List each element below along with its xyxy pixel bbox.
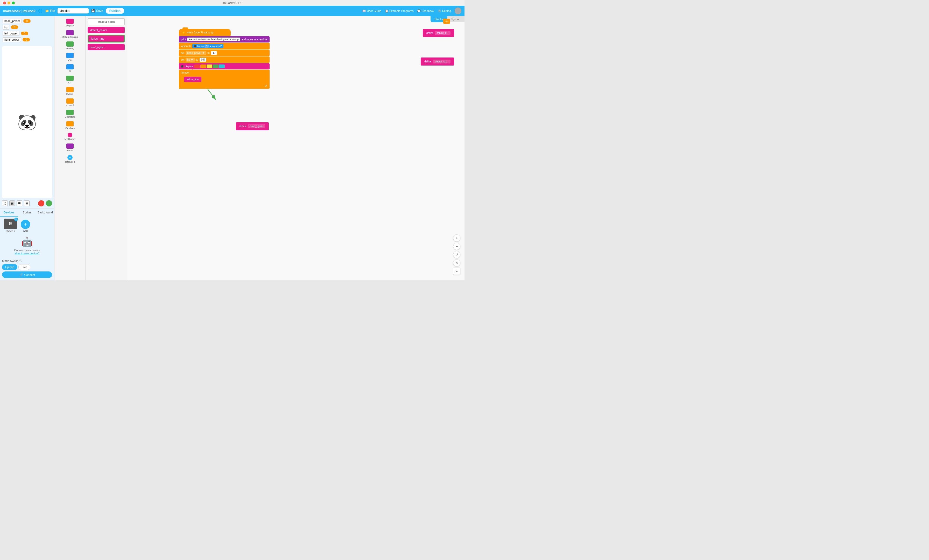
add-device-button[interactable]: + <box>21 220 30 229</box>
code-area[interactable]: Blocks Python ⚡ when CyberPi starts up p… <box>127 16 464 280</box>
wait-until-block[interactable]: wait until ⬛ button B ▼ pressed? <box>179 43 270 49</box>
view-small-btn[interactable]: ⊞ <box>24 200 29 206</box>
color-yellow <box>207 64 212 68</box>
block-start-again[interactable]: start_again <box>87 44 125 50</box>
define-detect-colors-block[interactable]: define detect_co... <box>421 58 454 66</box>
close-button[interactable] <box>3 2 6 5</box>
code-view-toggle[interactable]: </> <box>443 18 450 24</box>
hat-block[interactable]: ⚡ when CyberPi starts up <box>179 29 231 36</box>
palette-variables[interactable]: Variables <box>54 120 85 131</box>
kp-dropdown[interactable]: kp ▼ <box>185 58 195 62</box>
var-name-left-power[interactable]: left_power <box>3 31 20 36</box>
events-label: Events <box>66 93 74 95</box>
view-grid-btn[interactable]: ▦ <box>9 200 15 206</box>
base-power-value[interactable]: 40 <box>211 51 217 55</box>
header-right: 📖 User Guide 📋 Example Programs 💬 Feedba… <box>362 8 461 14</box>
stop-button[interactable] <box>38 200 44 207</box>
define-follow-line-block[interactable]: define follow_li... <box>423 29 454 37</box>
make-block-button[interactable]: Make a Block <box>87 18 125 25</box>
feedback-link[interactable]: 💬 Feedback <box>417 9 434 13</box>
view-list-btn[interactable]: ☰ <box>17 200 22 206</box>
set-kp-block[interactable]: set kp ▼ to 0.5 <box>179 57 270 63</box>
pressed-label: pressed? <box>212 45 222 47</box>
to-label-2: to <box>196 58 198 61</box>
ai-label: AI <box>69 70 71 72</box>
set-label-2: set <box>181 58 184 61</box>
extension-icon: + <box>67 155 72 160</box>
variables-icon <box>66 121 74 126</box>
palette-lan[interactable]: LAN <box>54 51 85 63</box>
file-menu[interactable]: 📁 File <box>45 9 55 13</box>
remove-device-btn[interactable]: ✕ <box>14 217 18 221</box>
avatar[interactable] <box>455 8 461 14</box>
save-icon: 💾 <box>91 9 95 13</box>
follow-line-call-block[interactable]: follow_line <box>184 77 201 82</box>
print-text-value[interactable]: Press B to start color line following an… <box>187 38 240 41</box>
palette-ai[interactable]: AI <box>54 63 85 74</box>
live-mode-btn[interactable]: Live <box>18 264 30 270</box>
tab-devices[interactable]: Devices <box>0 209 18 217</box>
forever-block[interactable]: forever follow_line ↺ <box>179 70 270 89</box>
define-start-again-block[interactable]: define start_again <box>236 122 269 130</box>
device-name-label: CyberPi <box>2 230 19 233</box>
base-power-dropdown[interactable]: base_power ▼ <box>185 51 206 55</box>
example-icon: 📋 <box>385 9 389 13</box>
print-block[interactable]: print Press B to start color line follow… <box>179 36 270 43</box>
kp-value[interactable]: 0.5 <box>199 58 206 62</box>
reset-view-btn[interactable]: ↺ <box>453 251 460 258</box>
display-block[interactable]: ⬛ display <box>179 63 270 69</box>
block-detect-colors[interactable]: detect_colors <box>87 27 125 33</box>
tab-sprites[interactable]: Sprites <box>18 209 36 217</box>
color-red <box>194 64 200 68</box>
var-name-kp[interactable]: kp <box>3 25 9 29</box>
globe-icon[interactable]: 🌐 <box>38 9 43 13</box>
zoom-in-btn[interactable]: + <box>453 234 460 242</box>
cyberpi-device-card[interactable]: 🖥 ✕ CyberPi <box>2 219 19 233</box>
palette-events[interactable]: Events <box>54 86 85 97</box>
define-follow-line-group: define follow_li... <box>423 29 454 37</box>
upload-mode-btn[interactable]: Upload <box>2 264 17 270</box>
palette-extension[interactable]: + extension <box>54 153 85 165</box>
block-palette: Display Motion Sensing Sensing LAN AI Io… <box>54 16 86 280</box>
setting-link[interactable]: ⚙️ Setting <box>438 9 451 13</box>
palette-motion-sensing[interactable]: Motion Sensing <box>54 29 85 40</box>
palette-mbot2[interactable]: mBot2 <box>54 142 85 153</box>
palette-control[interactable]: Control <box>54 97 85 108</box>
start-button[interactable] <box>46 200 52 207</box>
extension-label: extension <box>65 161 75 163</box>
equals-btn[interactable]: = <box>453 268 460 275</box>
connect-button[interactable]: 🔗 Connect <box>2 271 52 278</box>
palette-display[interactable]: Display <box>54 17 85 29</box>
lan-label: LAN <box>67 58 72 61</box>
tabs-row: Devices Sprites Background <box>0 208 54 217</box>
user-guide-link[interactable]: 📖 User Guide <box>362 9 381 13</box>
palette-my-blocks[interactable]: My Blocks <box>54 131 85 142</box>
zoom-out-btn[interactable]: − <box>453 243 460 250</box>
palette-sensing[interactable]: Sensing <box>54 40 85 51</box>
variables-label: Variables <box>65 127 75 130</box>
save-button[interactable]: 💾 Save <box>91 9 103 13</box>
window-title: mBlock v5.4.3 <box>223 1 241 5</box>
example-programs-link[interactable]: 📋 Example Programs <box>385 9 414 13</box>
how-to-link[interactable]: How to use device? <box>2 252 52 255</box>
maximize-button[interactable] <box>12 2 15 5</box>
minimize-button[interactable] <box>8 2 11 5</box>
fit-view-btn[interactable]: ⊙ <box>453 259 460 266</box>
b-value[interactable]: B <box>204 44 208 47</box>
tab-background[interactable]: Background <box>36 209 54 217</box>
header: makeblock | mBlock 🌐 📁 File 💾 Save Publi… <box>0 6 464 16</box>
block-follow-line[interactable]: follow_line <box>87 35 125 43</box>
var-name-right-power[interactable]: right_power <box>3 37 21 42</box>
palette-operators[interactable]: Operators <box>54 108 85 120</box>
define-start-again-group: define start_again <box>236 122 269 130</box>
var-name-base-power[interactable]: base_power <box>3 18 22 23</box>
view-full-btn[interactable]: ⛶ <box>2 200 8 206</box>
info-icon[interactable]: ⓘ <box>20 259 22 263</box>
publish-button[interactable]: Publish <box>106 8 124 14</box>
project-title-input[interactable] <box>58 8 89 14</box>
set-base-power-block[interactable]: set base_power ▼ to 40 <box>179 50 270 56</box>
palette-iot[interactable]: IoT <box>54 74 85 86</box>
var-kp: kp 0 <box>3 25 52 29</box>
mode-buttons: Upload Live <box>2 264 52 270</box>
left-panel: base_power 0 kp 0 left_power 0 right_pow… <box>0 16 54 280</box>
